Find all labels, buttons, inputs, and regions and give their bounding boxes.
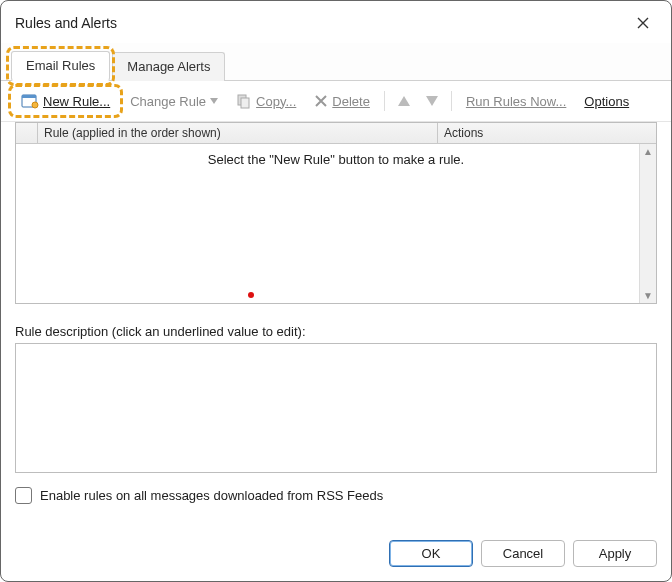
separator xyxy=(451,91,452,111)
options-label: Options xyxy=(584,94,629,109)
toolbar: New Rule... Change Rule Copy... Delete R… xyxy=(1,81,671,122)
rules-grid: Rule (applied in the order shown) Action… xyxy=(15,122,657,304)
change-rule-button[interactable]: Change Rule xyxy=(124,91,224,112)
cancel-button[interactable]: Cancel xyxy=(481,540,565,567)
new-rule-label: New Rule... xyxy=(43,94,110,109)
window-title: Rules and Alerts xyxy=(15,15,117,31)
grid-scrollbar[interactable]: ▲ ▼ xyxy=(639,144,656,303)
options-button[interactable]: Options xyxy=(578,91,635,112)
tab-email-rules[interactable]: Email Rules xyxy=(11,51,110,81)
grid-col-actions-label: Actions xyxy=(444,126,483,140)
grid-header: Rule (applied in the order shown) Action… xyxy=(16,123,656,144)
delete-button[interactable]: Delete xyxy=(308,91,376,112)
scroll-up-icon: ▲ xyxy=(643,146,653,157)
move-up-button[interactable] xyxy=(393,90,415,112)
tab-manage-alerts[interactable]: Manage Alerts xyxy=(112,52,225,81)
copy-icon xyxy=(236,93,252,109)
run-rules-now-label: Run Rules Now... xyxy=(466,94,566,109)
cancel-label: Cancel xyxy=(503,546,543,561)
rss-option-row: Enable rules on all messages downloaded … xyxy=(15,487,657,504)
copy-button[interactable]: Copy... xyxy=(230,90,302,112)
move-down-button[interactable] xyxy=(421,90,443,112)
run-rules-now-button[interactable]: Run Rules Now... xyxy=(460,91,572,112)
rule-description-box[interactable] xyxy=(15,343,657,473)
dropdown-icon xyxy=(210,98,218,104)
grid-col-rule[interactable]: Rule (applied in the order shown) xyxy=(38,123,438,143)
copy-label: Copy... xyxy=(256,94,296,109)
close-icon xyxy=(637,17,649,29)
svg-rect-4 xyxy=(241,98,249,108)
scroll-down-icon: ▼ xyxy=(643,290,653,301)
empty-state-text: Select the "New Rule" button to make a r… xyxy=(208,152,464,167)
close-button[interactable] xyxy=(629,9,657,37)
arrow-down-icon xyxy=(426,96,438,106)
rss-checkbox[interactable] xyxy=(15,487,32,504)
tab-label: Manage Alerts xyxy=(127,59,210,74)
apply-button[interactable]: Apply xyxy=(573,540,657,567)
title-bar: Rules and Alerts xyxy=(1,1,671,43)
rule-description-label: Rule description (click an underlined va… xyxy=(15,324,657,339)
separator xyxy=(384,91,385,111)
content-area: Rule (applied in the order shown) Action… xyxy=(1,122,671,530)
tab-label: Email Rules xyxy=(26,58,95,73)
tab-strip: Email Rules Manage Alerts xyxy=(1,43,671,81)
new-rule-button[interactable]: New Rule... xyxy=(13,89,118,113)
delete-icon xyxy=(314,94,328,108)
ok-label: OK xyxy=(422,546,441,561)
cursor-dot xyxy=(248,292,254,298)
grid-body: Select the "New Rule" button to make a r… xyxy=(16,144,656,303)
new-rule-icon xyxy=(21,93,39,109)
grid-col-checkbox[interactable] xyxy=(16,123,38,143)
rss-label: Enable rules on all messages downloaded … xyxy=(40,488,383,503)
delete-label: Delete xyxy=(332,94,370,109)
grid-col-rule-label: Rule (applied in the order shown) xyxy=(44,126,221,140)
svg-point-2 xyxy=(32,102,38,108)
apply-label: Apply xyxy=(599,546,632,561)
ok-button[interactable]: OK xyxy=(389,540,473,567)
arrow-up-icon xyxy=(398,96,410,106)
dialog-footer: OK Cancel Apply xyxy=(1,530,671,581)
svg-rect-1 xyxy=(22,95,36,98)
change-rule-label: Change Rule xyxy=(130,94,206,109)
grid-col-actions[interactable]: Actions xyxy=(438,123,656,143)
